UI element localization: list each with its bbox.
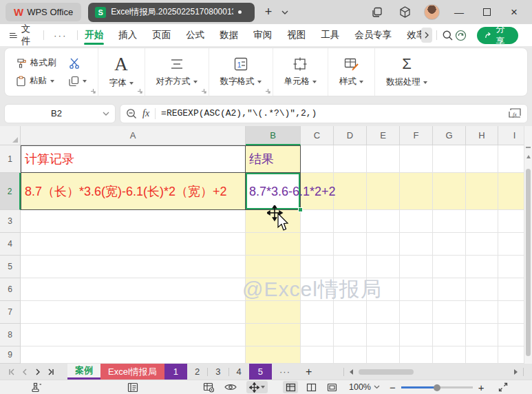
- close-button[interactable]: ×: [506, 4, 522, 21]
- search-icon[interactable]: [441, 27, 454, 43]
- split-handle[interactable]: [526, 147, 531, 148]
- zoom-slider[interactable]: [401, 382, 473, 392]
- column-header-E[interactable]: E: [367, 126, 400, 145]
- document-tab[interactable]: S Excel情报局.20250225170800013: [88, 3, 255, 22]
- slider-thumb[interactable]: [434, 384, 440, 391]
- number-format-group[interactable]: 1 数字格式: [209, 48, 273, 96]
- cell-E8[interactable]: [367, 324, 400, 346]
- scroll-up-icon[interactable]: [526, 155, 531, 158]
- scroll-left-icon[interactable]: [350, 369, 353, 375]
- menu-item-页面[interactable]: 页面: [145, 24, 178, 46]
- cell-A2[interactable]: 8.7（长）*3.6(宽)-6.1(长)*2（宽）+2: [21, 173, 246, 210]
- column-header-A[interactable]: A: [21, 126, 246, 145]
- paste-button[interactable]: 粘贴: [16, 75, 56, 87]
- cell-B9[interactable]: [246, 346, 301, 364]
- cell-E1[interactable]: [367, 145, 400, 173]
- cell-H6[interactable]: [466, 278, 498, 301]
- row-header-2[interactable]: 2: [0, 173, 21, 210]
- dialog-launcher-icon[interactable]: [90, 88, 96, 94]
- cell-A7[interactable]: [21, 301, 246, 324]
- cell-G7[interactable]: [433, 301, 466, 324]
- menu-item-效率[interactable]: 效率: [399, 24, 421, 46]
- fx-icon[interactable]: fx: [142, 108, 149, 119]
- cell-H8[interactable]: [466, 324, 498, 346]
- tab-list-chevron-icon[interactable]: [277, 4, 293, 21]
- sheet-tab-3[interactable]: 3: [208, 364, 228, 380]
- cell-C8[interactable]: [301, 324, 334, 346]
- cell-D9[interactable]: [334, 346, 367, 364]
- format-painter-button[interactable]: 格式刷: [16, 57, 56, 69]
- cells-group[interactable]: 单元格: [273, 48, 329, 96]
- new-tab-button[interactable]: +: [260, 4, 277, 21]
- cell-G1[interactable]: [433, 145, 466, 173]
- cell-A8[interactable]: [21, 324, 246, 346]
- row-header-8[interactable]: 8: [0, 324, 21, 346]
- table-settings-icon[interactable]: [201, 381, 216, 393]
- cell-A4[interactable]: [21, 233, 246, 256]
- select-all-corner[interactable]: [0, 126, 21, 145]
- eye-protection-icon[interactable]: [223, 381, 238, 393]
- dialog-launcher-icon[interactable]: [137, 88, 142, 94]
- sheet-tab-2[interactable]: 2: [187, 364, 207, 380]
- user-avatar[interactable]: [424, 4, 440, 20]
- cell-G5[interactable]: [433, 256, 466, 278]
- cell-B1[interactable]: 结果: [246, 145, 301, 173]
- horizontal-scroll-thumb[interactable]: [359, 369, 414, 375]
- cell-F8[interactable]: [400, 324, 433, 346]
- column-header-D[interactable]: D: [334, 126, 367, 145]
- cell-G9[interactable]: [433, 346, 466, 364]
- row-header-1[interactable]: 1: [0, 145, 21, 173]
- sheet-tab-4[interactable]: 4: [229, 364, 249, 380]
- chevron-down-icon[interactable]: [374, 385, 380, 389]
- cell-H3[interactable]: [466, 210, 498, 233]
- sheet-tab-Excel情报局[interactable]: Excel情报局: [100, 364, 164, 380]
- scroll-right-icon[interactable]: [514, 369, 518, 375]
- cut-button[interactable]: [69, 58, 87, 69]
- macro-tool-icon[interactable]: [29, 381, 44, 393]
- cell-E2[interactable]: [367, 173, 400, 210]
- cell-G3[interactable]: [433, 210, 466, 233]
- cell-F4[interactable]: [400, 233, 433, 256]
- cell-D3[interactable]: [334, 210, 367, 233]
- font-group[interactable]: A 字体: [98, 48, 145, 96]
- cell-E5[interactable]: [367, 256, 400, 278]
- cell-E7[interactable]: [367, 301, 400, 324]
- cell-F1[interactable]: [400, 145, 433, 173]
- cell-D7[interactable]: [334, 301, 367, 324]
- zoom-in-button[interactable]: +: [478, 382, 485, 393]
- cell-C3[interactable]: [301, 210, 334, 233]
- more-menus-button[interactable]: ···: [44, 30, 77, 41]
- menu-item-视图[interactable]: 视图: [279, 24, 313, 46]
- cell-A9[interactable]: [21, 346, 246, 364]
- zoom-out-icon[interactable]: [126, 108, 137, 119]
- cell-E4[interactable]: [367, 233, 400, 256]
- cell-D6[interactable]: [334, 278, 367, 301]
- row-header-4[interactable]: 4: [0, 233, 21, 256]
- prev-sheet-button[interactable]: [19, 366, 30, 377]
- cell-D2[interactable]: [334, 173, 367, 210]
- cell-B3[interactable]: [246, 210, 301, 233]
- cell-C6[interactable]: [301, 278, 334, 301]
- cell-G4[interactable]: [433, 233, 466, 256]
- copy-button[interactable]: [69, 76, 87, 87]
- row-header-3[interactable]: 3: [0, 210, 21, 233]
- reading-mode-button[interactable]: [246, 381, 268, 393]
- menu-item-数据[interactable]: 数据: [212, 24, 246, 46]
- cell-B2[interactable]: 8.7*3.6-6.1*2+2: [246, 173, 301, 210]
- menu-item-插入[interactable]: 插入: [111, 24, 145, 46]
- page-layout-view-button[interactable]: [324, 381, 339, 393]
- maximize-button[interactable]: [478, 4, 495, 21]
- cell-D1[interactable]: [334, 145, 367, 173]
- cell-C9[interactable]: [301, 346, 334, 364]
- cell-A1[interactable]: 计算记录: [21, 145, 246, 173]
- sheet-tab-···[interactable]: ···: [272, 364, 298, 380]
- cell-C7[interactable]: [301, 301, 334, 324]
- cell-B6[interactable]: [246, 278, 301, 301]
- wps-office-button[interactable]: W WPS Office: [6, 3, 81, 21]
- name-box[interactable]: B2: [4, 104, 116, 123]
- chevron-down-icon[interactable]: [103, 112, 109, 116]
- formula-input[interactable]: fx =REGEXP(ASC(A2),"\(.*?\)",2,) fx: [120, 104, 528, 123]
- cell-D8[interactable]: [334, 324, 367, 346]
- cell-A6[interactable]: [21, 278, 246, 301]
- cell-F5[interactable]: [400, 256, 433, 278]
